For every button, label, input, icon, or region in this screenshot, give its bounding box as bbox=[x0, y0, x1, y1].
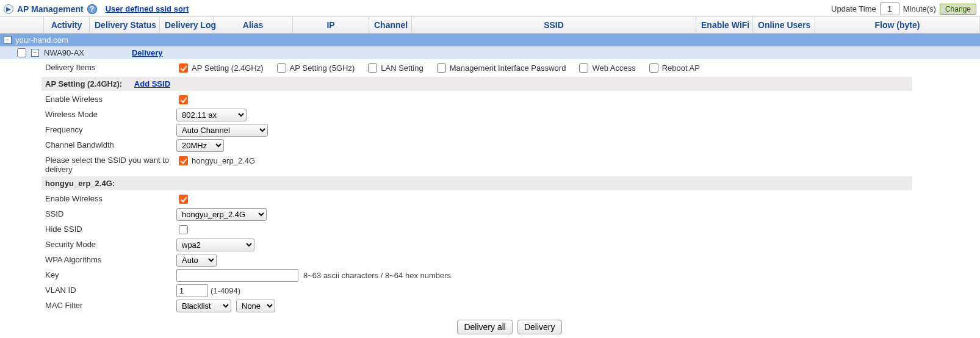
bandwidth-select[interactable]: 20MHz bbox=[176, 139, 224, 152]
section-ap-2g-header: AP Setting (2.4GHz): Add SSID bbox=[41, 77, 912, 91]
delivery-item: AP Setting (2.4GHz) bbox=[176, 62, 264, 74]
device-name: NWA90-AX bbox=[44, 48, 84, 57]
delivery-item-checkbox[interactable] bbox=[179, 63, 188, 73]
ssid-select[interactable]: hongyu_erp_2.4G bbox=[176, 208, 267, 221]
key-input[interactable] bbox=[176, 269, 298, 282]
change-button[interactable]: Change bbox=[940, 4, 976, 15]
delivery-items-options: AP Setting (2.4GHz)AP Setting (5GHz)LAN … bbox=[176, 62, 706, 74]
details-panel: Delivery Items AP Setting (2.4GHz)AP Set… bbox=[0, 59, 980, 338]
update-time-label: Update Time bbox=[831, 4, 876, 13]
top-right: Update Time Minute(s) Change bbox=[831, 2, 976, 15]
col-delivery-log[interactable]: Delivery Log bbox=[160, 17, 214, 33]
domain-name: your-hand.com bbox=[15, 35, 68, 45]
delivery-link[interactable]: Delivery bbox=[132, 48, 163, 57]
key-label: Key bbox=[45, 269, 176, 279]
col-channel[interactable]: Channel bbox=[369, 17, 412, 33]
col-ssid[interactable]: SSID bbox=[412, 17, 696, 33]
hide-ssid-label: Hide SSID bbox=[45, 223, 176, 234]
vlan-hint: (1-4094) bbox=[211, 286, 240, 295]
frequency-select[interactable]: Auto Channel bbox=[176, 124, 268, 137]
col-ip[interactable]: IP bbox=[293, 17, 369, 33]
delivery-items-row: Delivery Items AP Setting (2.4GHz)AP Set… bbox=[45, 60, 974, 76]
delivery-item-checkbox[interactable] bbox=[368, 63, 377, 73]
ssid-sort-link[interactable]: User defined ssid sort bbox=[106, 4, 189, 13]
frequency-label: Frequency bbox=[45, 124, 176, 134]
nav-forward-icon[interactable]: ▶ bbox=[4, 4, 13, 14]
security-mode-label: Security Mode bbox=[45, 239, 176, 249]
top-bar: ▶ AP Management ? User defined ssid sort… bbox=[0, 0, 980, 16]
vlan-label: VLAN ID bbox=[45, 284, 176, 295]
ssid-delivery-name: hongyu_erp_2.4G bbox=[192, 156, 255, 165]
mac-filter-mode-select[interactable]: Blacklist bbox=[176, 300, 231, 312]
update-time-input[interactable] bbox=[880, 2, 899, 15]
delivery-item-label: Reboot AP bbox=[662, 63, 700, 73]
mac-filter-list-select[interactable]: None bbox=[236, 300, 275, 312]
delivery-button[interactable]: Delivery bbox=[517, 320, 562, 334]
col-delivery-status[interactable]: Delivery Status bbox=[90, 17, 160, 33]
security-mode-select[interactable]: wpa2 bbox=[176, 239, 254, 251]
col-spacer bbox=[0, 17, 44, 33]
wireless-mode-label: Wireless Mode bbox=[45, 109, 176, 119]
col-alias[interactable]: Alias bbox=[214, 17, 293, 33]
delivery-item: AP Setting (5GHz) bbox=[275, 62, 355, 74]
section-ap-2g-title: AP Setting (2.4GHz): bbox=[45, 79, 122, 88]
column-header-row: Activity Delivery Status Delivery Log Al… bbox=[0, 16, 980, 34]
delivery-items-label: Delivery Items bbox=[45, 62, 176, 72]
hide-ssid-checkbox[interactable] bbox=[179, 225, 188, 234]
section-ssid-header: hongyu_erp_2.4G: bbox=[41, 176, 912, 190]
delivery-item: LAN Setting bbox=[366, 62, 423, 74]
help-icon[interactable]: ? bbox=[87, 4, 97, 14]
col-online-users[interactable]: Online Users bbox=[753, 17, 815, 33]
collapse-icon[interactable]: − bbox=[4, 36, 12, 44]
col-enable-wifi[interactable]: Enable WiFi bbox=[696, 17, 753, 33]
delivery-all-button[interactable]: Delivery all bbox=[457, 320, 512, 334]
delivery-item: Management Interface Password bbox=[434, 62, 566, 74]
enable-wireless-label: Enable Wireless bbox=[45, 93, 176, 104]
page-title: AP Management bbox=[17, 4, 84, 14]
wpa-algo-select[interactable]: Auto bbox=[176, 254, 217, 267]
delivery-item-checkbox[interactable] bbox=[277, 63, 286, 73]
delivery-item-checkbox[interactable] bbox=[579, 63, 588, 73]
col-flow[interactable]: Flow (byte) bbox=[815, 17, 980, 33]
select-device-checkbox[interactable] bbox=[17, 48, 26, 57]
delivery-item-checkbox[interactable] bbox=[649, 63, 658, 73]
wireless-mode-select[interactable]: 802.11 ax bbox=[176, 109, 247, 121]
ssid-enable-wireless-label: Enable Wireless bbox=[45, 193, 176, 203]
delivery-item-checkbox[interactable] bbox=[437, 63, 446, 73]
delivery-item-label: AP Setting (5GHz) bbox=[290, 63, 355, 73]
add-ssid-link[interactable]: Add SSID bbox=[134, 79, 170, 88]
mac-filter-label: MAC Filter bbox=[45, 300, 176, 310]
ssid-enable-wireless-checkbox[interactable] bbox=[179, 195, 188, 204]
delivery-item: Reboot AP bbox=[647, 62, 700, 74]
ssid-delivery-checkbox[interactable] bbox=[179, 156, 188, 165]
bottom-actions: Delivery all Delivery bbox=[45, 314, 974, 338]
delivery-item-label: Management Interface Password bbox=[450, 63, 566, 73]
bandwidth-label: Channel Bandwidth bbox=[45, 139, 176, 149]
col-activity[interactable]: Activity bbox=[44, 17, 90, 33]
delivery-item-label: AP Setting (2.4GHz) bbox=[192, 63, 264, 73]
delivery-item-label: LAN Setting bbox=[381, 63, 423, 73]
wpa-algo-label: WPA Algorithms bbox=[45, 254, 176, 264]
key-hint: 8~63 ascii characters / 8~64 hex numbers bbox=[303, 271, 451, 280]
delivery-item-label: Web Access bbox=[592, 63, 635, 73]
enable-wireless-checkbox[interactable] bbox=[179, 95, 188, 104]
collapse-icon[interactable]: − bbox=[31, 49, 39, 57]
section-ssid-title: hongyu_erp_2.4G: bbox=[45, 179, 115, 188]
vlan-input[interactable] bbox=[176, 284, 208, 297]
device-row: − NWA90-AX Delivery bbox=[0, 46, 980, 59]
domain-row[interactable]: − your-hand.com bbox=[0, 34, 980, 46]
ssid-label: SSID bbox=[45, 208, 176, 218]
ssid-select-label: Please select the SSID you want to deliv… bbox=[45, 154, 176, 174]
minutes-label: Minute(s) bbox=[903, 4, 936, 13]
delivery-item: Web Access bbox=[577, 62, 635, 74]
